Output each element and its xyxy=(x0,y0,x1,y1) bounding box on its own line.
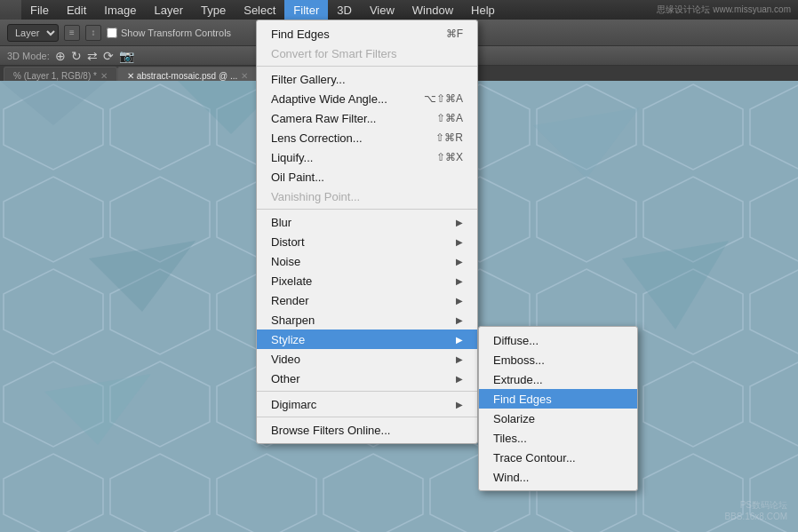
3d-tool5[interactable]: 📷 xyxy=(119,49,134,63)
tab-label: % (Layer 1, RGB/8) * xyxy=(13,71,97,81)
submenu-solarize[interactable]: Solarize xyxy=(479,409,637,428)
tiles-label: Tiles... xyxy=(493,432,527,445)
show-transform-label[interactable]: Show Transform Controls xyxy=(107,28,231,38)
menu-noise[interactable]: Noise ▶ xyxy=(257,251,477,271)
menu-liquify[interactable]: Liquify... ⇧⌘X xyxy=(257,147,477,167)
menu-video[interactable]: Video ▶ xyxy=(257,349,477,369)
diffuse-label: Diffuse... xyxy=(493,334,539,347)
menu-image[interactable]: Image xyxy=(95,0,145,20)
menu-filter-gallery[interactable]: Filter Gallery... xyxy=(257,69,477,89)
other-label: Other xyxy=(271,372,456,385)
apple-menu[interactable] xyxy=(0,0,21,20)
menu-oil-paint[interactable]: Oil Paint... xyxy=(257,167,477,187)
3d-tool3[interactable]: ⇄ xyxy=(87,49,98,63)
menu-view[interactable]: View xyxy=(361,0,403,20)
stylize-label: Stylize xyxy=(271,333,456,346)
tab-close[interactable]: ✕ xyxy=(241,71,248,81)
filter-menu: Find Edges ⌘F Convert for Smart Filters … xyxy=(256,20,478,444)
menu-digimarc[interactable]: Digimarc ▶ xyxy=(257,394,477,414)
wind-label: Wind... xyxy=(493,471,529,484)
submenu-diffuse[interactable]: Diffuse... xyxy=(479,330,637,350)
filter-gallery-label: Filter Gallery... xyxy=(271,73,463,86)
menu-camera-raw[interactable]: Camera Raw Filter... ⇧⌘A xyxy=(257,108,477,128)
menu-adaptive-wide[interactable]: Adaptive Wide Angle... ⌥⇧⌘A xyxy=(257,89,477,108)
menu-distort[interactable]: Distort ▶ xyxy=(257,232,477,251)
video-label: Video xyxy=(271,353,456,366)
menu-vanishing-point[interactable]: Vanishing Point... xyxy=(257,187,477,206)
tab-label: ✕ abstract-mosaic.psd @ ... xyxy=(127,71,237,81)
extrude-label: Extrude... xyxy=(493,373,543,386)
menu-pixelate[interactable]: Pixelate ▶ xyxy=(257,271,477,290)
blur-label: Blur xyxy=(271,216,456,229)
find-edges-shortcut: ⌘F xyxy=(446,28,463,40)
menu-layer[interactable]: Layer xyxy=(146,0,193,20)
adaptive-wide-shortcut: ⌥⇧⌘A xyxy=(424,92,463,105)
convert-smart-label: Convert for Smart Filters xyxy=(271,47,463,60)
menu-stylize[interactable]: Stylize ▶ Diffuse... Emboss... Extrude..… xyxy=(257,330,477,349)
emboss-label: Emboss... xyxy=(493,353,545,367)
sharpen-label: Sharpen xyxy=(271,314,456,327)
menu-find-edges-top[interactable]: Find Edges ⌘F xyxy=(257,24,477,44)
trace-contour-label: Trace Contour... xyxy=(493,451,576,465)
menu-3d[interactable]: 3D xyxy=(328,0,361,20)
tab-close[interactable]: ✕ xyxy=(100,71,108,81)
toolbar-icon1[interactable]: ≡ xyxy=(64,25,80,41)
3d-tool4[interactable]: ⟳ xyxy=(103,49,114,63)
adaptive-wide-label: Adaptive Wide Angle... xyxy=(271,92,406,106)
noise-arrow: ▶ xyxy=(456,257,463,266)
separator-2 xyxy=(257,209,477,210)
menu-help[interactable]: Help xyxy=(462,0,504,20)
menu-lens-correction[interactable]: Lens Correction... ⇧⌘R xyxy=(257,128,477,147)
3d-mode-label: 3D Mode: xyxy=(7,51,50,61)
digimarc-arrow: ▶ xyxy=(456,400,463,409)
menu-browse-filters[interactable]: Browse Filters Online... xyxy=(257,420,477,440)
stylize-submenu: Diffuse... Emboss... Extrude... Find Edg… xyxy=(478,326,638,491)
find-edges-label: Find Edges xyxy=(271,28,428,41)
video-arrow: ▶ xyxy=(456,354,463,364)
toolbar-icon2[interactable]: ↕ xyxy=(85,25,101,41)
distort-arrow: ▶ xyxy=(456,237,463,247)
watermark-top: 思缘设计论坛 www.missyuan.com xyxy=(657,4,791,16)
menu-other[interactable]: Other ▶ xyxy=(257,369,477,388)
menu-edit[interactable]: Edit xyxy=(58,0,95,20)
3d-tool1[interactable]: ⊕ xyxy=(55,49,66,63)
liquify-shortcut: ⇧⌘X xyxy=(436,151,463,163)
menu-convert-smart[interactable]: Convert for Smart Filters xyxy=(257,44,477,63)
render-arrow: ▶ xyxy=(456,296,463,306)
menu-select[interactable]: Select xyxy=(235,0,284,20)
liquify-label: Liquify... xyxy=(271,151,419,164)
separator-4 xyxy=(257,417,477,417)
submenu-find-edges[interactable]: Find Edges xyxy=(479,389,637,409)
pixelate-label: Pixelate xyxy=(271,274,456,288)
3d-tool2[interactable]: ↻ xyxy=(71,49,82,63)
menu-file[interactable]: File xyxy=(21,0,58,20)
show-transform-checkbox[interactable] xyxy=(107,28,117,38)
submenu-extrude[interactable]: Extrude... xyxy=(479,369,637,389)
lens-correction-label: Lens Correction... xyxy=(271,131,418,145)
menu-filter[interactable]: Filter xyxy=(284,0,328,20)
menu-render[interactable]: Render ▶ xyxy=(257,290,477,310)
vanishing-point-label: Vanishing Point... xyxy=(271,190,463,203)
camera-raw-label: Camera Raw Filter... xyxy=(271,112,419,125)
browse-filters-label: Browse Filters Online... xyxy=(271,424,463,437)
digimarc-label: Digimarc xyxy=(271,398,456,411)
separator-1 xyxy=(257,66,477,67)
submenu-emboss[interactable]: Emboss... xyxy=(479,350,637,369)
layer-select[interactable]: Layer xyxy=(7,24,59,42)
submenu-wind[interactable]: Wind... xyxy=(479,467,637,487)
oil-paint-label: Oil Paint... xyxy=(271,171,463,184)
submenu-tiles[interactable]: Tiles... xyxy=(479,428,637,448)
menu-type[interactable]: Type xyxy=(192,0,235,20)
pixelate-arrow: ▶ xyxy=(456,276,463,286)
submenu-trace-contour[interactable]: Trace Contour... xyxy=(479,448,637,467)
render-label: Render xyxy=(271,294,456,307)
watermark-area: PS数码论坛 BBS.16x8.COM xyxy=(724,499,787,521)
separator-3 xyxy=(257,391,477,392)
menu-blur[interactable]: Blur ▶ xyxy=(257,212,477,232)
camera-raw-shortcut: ⇧⌘A xyxy=(436,112,463,124)
sharpen-arrow: ▶ xyxy=(456,315,463,325)
find-edges-sub-label: Find Edges xyxy=(493,393,552,406)
menu-sharpen[interactable]: Sharpen ▶ xyxy=(257,310,477,330)
watermark-bottom-right2: BBS.16x8.COM xyxy=(724,512,787,521)
menu-window[interactable]: Window xyxy=(403,0,462,20)
